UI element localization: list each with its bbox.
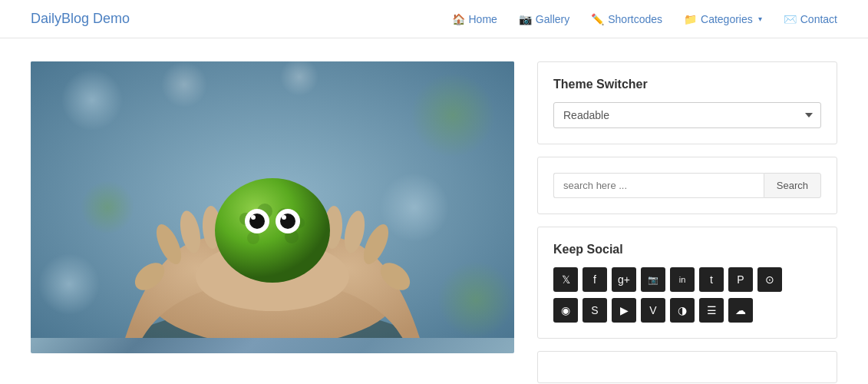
theme-select[interactable]: Readable Default Dark Minimal bbox=[553, 102, 821, 128]
facebook-icon[interactable]: f bbox=[583, 267, 607, 292]
hero-image bbox=[31, 61, 514, 353]
svg-point-3 bbox=[161, 61, 207, 108]
folder-icon: 📁 bbox=[684, 13, 697, 25]
social-row-2: ◉ S ▶ V ◑ ☰ ☁ bbox=[553, 298, 821, 323]
social-row-1: 𝕏 f g+ 📷 in t P ⊙ bbox=[553, 267, 821, 292]
svg-point-27 bbox=[251, 215, 256, 220]
vimeo-icon[interactable]: V bbox=[641, 298, 665, 323]
search-button[interactable]: Search bbox=[764, 173, 821, 198]
nav-home[interactable]: 🏠 Home bbox=[452, 13, 497, 25]
nav-contact[interactable]: ✉️ Contact bbox=[784, 13, 837, 25]
keep-social-title: Keep Social bbox=[553, 243, 821, 257]
svg-point-5 bbox=[81, 180, 134, 234]
search-input[interactable] bbox=[553, 173, 764, 198]
sidebar: Theme Switcher Readable Default Dark Min… bbox=[537, 61, 837, 383]
instagram-icon[interactable]: 📷 bbox=[641, 267, 665, 292]
svg-point-23 bbox=[247, 232, 259, 244]
nav-categories[interactable]: 📁 Categories ▾ bbox=[684, 13, 762, 25]
skype-icon[interactable]: S bbox=[583, 298, 607, 323]
chevron-down-icon: ▾ bbox=[758, 15, 762, 23]
main-nav: 🏠 Home 📷 Gallery ✏️ Shortcodes 📁 Categor… bbox=[452, 13, 838, 25]
site-logo[interactable]: DailyBlog Demo bbox=[31, 11, 130, 27]
youtube-icon[interactable]: ▶ bbox=[612, 298, 636, 323]
nav-gallery[interactable]: 📷 Gallery bbox=[519, 13, 569, 25]
theme-switcher-title: Theme Switcher bbox=[553, 78, 821, 91]
svg-point-2 bbox=[411, 73, 495, 157]
pinterest-icon[interactable]: P bbox=[728, 267, 753, 292]
envelope-icon: ✉️ bbox=[784, 13, 797, 25]
theme-switcher-widget: Theme Switcher Readable Default Dark Min… bbox=[537, 61, 837, 144]
search-row: Search bbox=[553, 173, 821, 198]
svg-point-7 bbox=[437, 261, 514, 338]
nav-shortcodes[interactable]: ✏️ Shortcodes bbox=[591, 13, 662, 25]
social-grid: 𝕏 f g+ 📷 in t P ⊙ ◉ S ▶ V ◑ ☰ ☁ bbox=[553, 267, 821, 323]
header: DailyBlog Demo 🏠 Home 📷 Gallery ✏️ Short… bbox=[0, 0, 868, 38]
svg-point-4 bbox=[380, 173, 449, 242]
home-icon: 🏠 bbox=[452, 13, 465, 25]
search-widget: Search bbox=[537, 157, 837, 214]
tumblr-icon[interactable]: t bbox=[699, 267, 724, 292]
hero-image-container bbox=[31, 61, 514, 353]
svg-point-30 bbox=[282, 215, 286, 220]
flickr-icon[interactable]: ◉ bbox=[553, 298, 578, 323]
twitter-icon[interactable]: 𝕏 bbox=[553, 267, 578, 292]
soundcloud-icon[interactable]: ☁ bbox=[728, 298, 753, 323]
hero-illustration bbox=[31, 61, 514, 338]
pencil-icon: ✏️ bbox=[591, 13, 604, 25]
svg-point-1 bbox=[61, 69, 123, 131]
svg-point-18 bbox=[215, 178, 330, 283]
dribbble-icon[interactable]: ⊙ bbox=[757, 267, 782, 292]
google-plus-icon[interactable]: g+ bbox=[612, 267, 636, 292]
partial-widget bbox=[537, 351, 837, 383]
camera-icon: 📷 bbox=[519, 13, 532, 25]
linkedin-icon[interactable]: in bbox=[670, 267, 695, 292]
svg-point-8 bbox=[38, 253, 100, 315]
keep-social-widget: Keep Social 𝕏 f g+ 📷 in t P ⊙ ◉ S ▶ V bbox=[537, 227, 837, 339]
main-content: Theme Switcher Readable Default Dark Min… bbox=[0, 38, 868, 384]
rss-icon[interactable]: ☰ bbox=[699, 298, 724, 323]
github-icon[interactable]: ◑ bbox=[670, 298, 695, 323]
